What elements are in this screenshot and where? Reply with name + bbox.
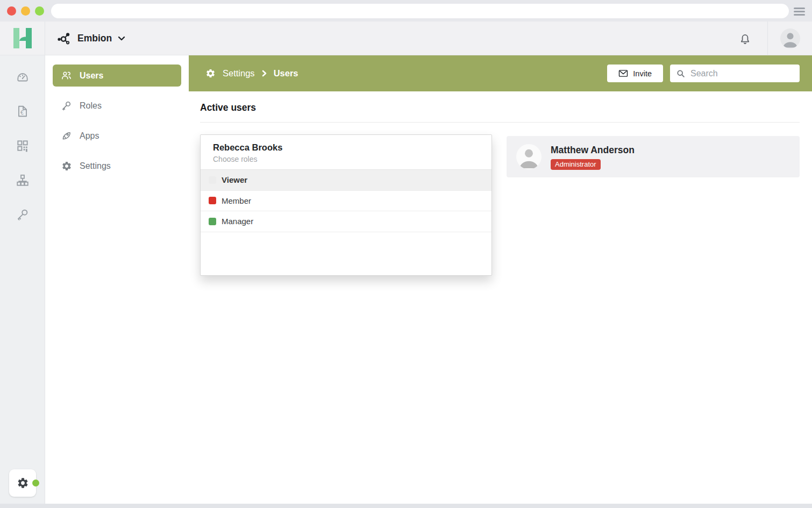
invoice-document-icon[interactable]: € bbox=[16, 104, 30, 118]
maximize-window-button[interactable] bbox=[35, 6, 44, 16]
brand-name: Embion bbox=[77, 33, 112, 44]
icon-rail: € bbox=[0, 55, 45, 504]
sidebar-item-label: Roles bbox=[80, 101, 102, 111]
invite-button-label: Invite bbox=[633, 69, 652, 78]
minimize-window-button[interactable] bbox=[21, 6, 30, 16]
header-right bbox=[722, 22, 812, 55]
sidebar-item-apps[interactable]: Apps bbox=[53, 125, 181, 147]
page-title: Active users bbox=[200, 102, 800, 113]
bell-icon bbox=[738, 31, 752, 46]
users-icon bbox=[61, 70, 72, 81]
close-window-button[interactable] bbox=[7, 6, 16, 16]
url-bar[interactable] bbox=[51, 4, 789, 18]
window-controls bbox=[7, 6, 44, 16]
h-logo-icon bbox=[13, 28, 32, 48]
chevron-right-icon bbox=[262, 70, 267, 77]
sidebar-item-roles[interactable]: Roles bbox=[53, 95, 181, 117]
chevron-down-icon bbox=[118, 36, 125, 41]
app-header: Embion bbox=[0, 22, 812, 55]
role-color-swatch bbox=[209, 197, 216, 204]
role-option-viewer[interactable]: Viewer bbox=[201, 170, 492, 191]
role-option-label: Manager bbox=[222, 217, 253, 226]
gear-icon bbox=[17, 477, 29, 489]
app-window: Embion bbox=[0, 0, 812, 504]
section-divider bbox=[200, 122, 800, 123]
avatar bbox=[516, 144, 542, 169]
envelope-icon bbox=[618, 69, 628, 77]
search-input[interactable] bbox=[690, 69, 802, 78]
role-option-manager[interactable]: Manager bbox=[201, 211, 492, 232]
svg-text:€: € bbox=[20, 110, 23, 116]
sidebar-item-settings[interactable]: Settings bbox=[53, 155, 181, 177]
org-switcher[interactable]: Embion bbox=[45, 22, 125, 55]
avatar bbox=[780, 28, 800, 48]
search-box bbox=[670, 65, 800, 82]
main-panel: Settings Users bbox=[189, 55, 812, 504]
role-dropdown-header: Rebecca Brooks Choose roles bbox=[201, 135, 492, 170]
breadcrumb-parent[interactable]: Settings bbox=[223, 68, 255, 78]
sidebar-item-label: Apps bbox=[80, 131, 99, 141]
window-bottom-edge bbox=[0, 504, 812, 508]
sitemap-icon[interactable] bbox=[16, 173, 30, 187]
role-option-label: Member bbox=[222, 196, 251, 205]
role-badge: Administrator bbox=[551, 159, 601, 170]
gear-icon bbox=[61, 160, 72, 171]
gear-icon bbox=[205, 68, 216, 78]
sidebar-item-label: Settings bbox=[80, 161, 111, 171]
search-icon bbox=[676, 69, 686, 78]
role-color-swatch bbox=[209, 176, 216, 184]
sidebar-item-label: Users bbox=[80, 71, 103, 81]
rocket-icon bbox=[61, 130, 72, 141]
preferences-button[interactable] bbox=[9, 469, 36, 497]
dashboard-gauge-icon[interactable] bbox=[16, 70, 30, 84]
window-title-bar bbox=[0, 0, 812, 22]
apps-grid-icon[interactable] bbox=[16, 139, 30, 153]
dropdown-subtitle: Choose roles bbox=[213, 155, 479, 163]
dropdown-user-name: Rebecca Brooks bbox=[213, 142, 479, 153]
molecule-icon bbox=[56, 31, 72, 46]
role-color-swatch bbox=[209, 218, 216, 225]
menu-icon[interactable] bbox=[794, 8, 805, 16]
breadcrumb: Settings Users bbox=[205, 68, 298, 78]
notifications-button[interactable] bbox=[722, 22, 767, 55]
sidebar-item-users[interactable]: Users bbox=[53, 65, 181, 87]
role-dropdown: Rebecca Brooks Choose roles Viewer Membe… bbox=[200, 134, 492, 276]
page-toolbar: Settings Users bbox=[189, 55, 812, 91]
toolbar-actions: Invite bbox=[607, 65, 800, 82]
key-icon bbox=[61, 100, 72, 111]
role-option-member[interactable]: Member bbox=[201, 191, 492, 212]
breadcrumb-current: Users bbox=[274, 68, 298, 78]
active-users-section: Active users Rebecca Brooks Choose roles… bbox=[189, 91, 812, 504]
app-logo-cell[interactable] bbox=[0, 22, 45, 55]
key-icon[interactable] bbox=[16, 208, 30, 221]
settings-sidebar: Users Roles bbox=[45, 55, 189, 504]
account-menu-button[interactable] bbox=[768, 22, 812, 55]
invite-button[interactable]: Invite bbox=[607, 65, 663, 82]
role-option-label: Viewer bbox=[222, 175, 247, 184]
status-dot bbox=[32, 480, 39, 486]
user-card[interactable]: Matthew Anderson Administrator bbox=[507, 136, 800, 177]
user-name: Matthew Anderson bbox=[551, 145, 635, 156]
